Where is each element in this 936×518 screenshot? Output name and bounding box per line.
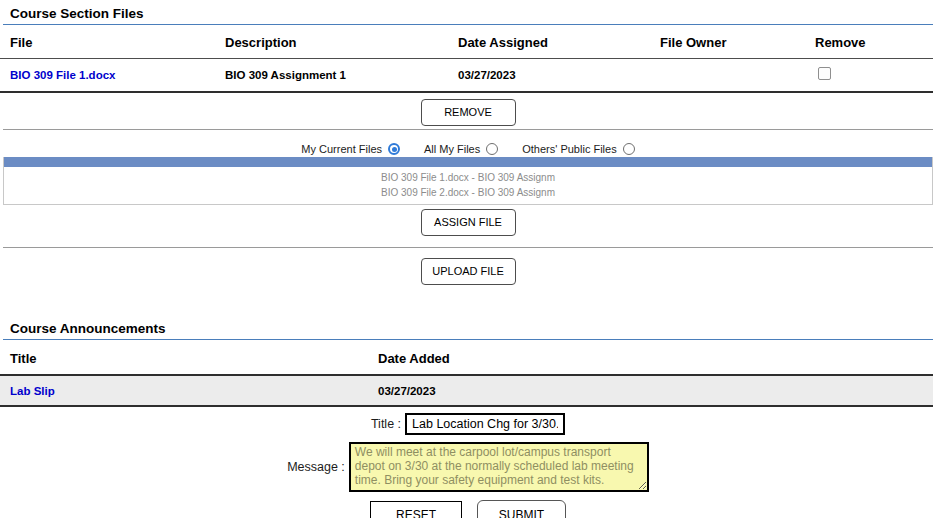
file-link[interactable]: BIO 309 File 1.docx bbox=[10, 69, 115, 81]
announcement-title-input[interactable] bbox=[405, 413, 565, 435]
reset-button[interactable]: RESET bbox=[370, 501, 462, 518]
announcement-link[interactable]: Lab Slip bbox=[10, 385, 55, 397]
filter-all-my-files-label: All My Files bbox=[424, 143, 480, 155]
file-listbox-selected-bar[interactable] bbox=[4, 157, 932, 167]
announcements-col-date-added: Date Added bbox=[375, 351, 933, 366]
announcement-buttons-row: RESET SUBMIT bbox=[0, 500, 936, 518]
files-table-header: File Description Date Assigned File Owne… bbox=[0, 25, 933, 59]
file-list-item-1[interactable]: BIO 309 File 1.docx - BIO 309 Assignm bbox=[4, 170, 932, 185]
submit-button[interactable]: SUBMIT bbox=[477, 500, 566, 518]
filter-others-public-files-label: Others' Public Files bbox=[522, 143, 616, 155]
section-files-heading: Course Section Files bbox=[0, 0, 936, 24]
others-public-files-radio[interactable] bbox=[623, 143, 635, 155]
file-date-assigned-cell: 03/27/2023 bbox=[455, 69, 657, 82]
assign-file-button[interactable]: ASSIGN FILE bbox=[421, 209, 516, 236]
announcements-table-row: Lab Slip 03/27/2023 bbox=[0, 376, 933, 407]
all-my-files-radio[interactable] bbox=[486, 143, 498, 155]
file-listbox[interactable]: BIO 309 File 1.docx - BIO 309 Assignm BI… bbox=[3, 157, 933, 205]
files-col-date-assigned: Date Assigned bbox=[455, 35, 657, 50]
filter-my-current-files-label: My Current Files bbox=[301, 143, 382, 155]
announcement-message-textarea[interactable]: We will meet at the carpool lot/campus t… bbox=[349, 442, 649, 492]
file-filter-radio-group: My Current Files All My Files Others' Pu… bbox=[0, 143, 936, 155]
divider-after-remove bbox=[3, 129, 933, 130]
file-owner-cell bbox=[657, 69, 812, 82]
announcements-heading: Course Announcements bbox=[0, 315, 936, 339]
file-description-cell: BIO 309 Assignment 1 bbox=[222, 69, 455, 82]
filter-my-current-files[interactable]: My Current Files bbox=[301, 143, 400, 155]
filter-others-public-files[interactable]: Others' Public Files bbox=[522, 143, 634, 155]
announcement-message-row: Message : We will meet at the carpool lo… bbox=[0, 442, 936, 492]
files-table-row: BIO 309 File 1.docx BIO 309 Assignment 1… bbox=[0, 59, 933, 93]
filter-all-my-files[interactable]: All My Files bbox=[424, 143, 498, 155]
files-col-description: Description bbox=[222, 35, 455, 50]
files-col-remove: Remove bbox=[812, 35, 933, 50]
announcement-date-added-cell: 03/27/2023 bbox=[375, 385, 933, 397]
title-label: Title : bbox=[371, 417, 401, 431]
announcements-table-header: Title Date Added bbox=[0, 340, 933, 376]
announcements-col-title: Title bbox=[7, 351, 375, 366]
my-current-files-radio[interactable] bbox=[388, 143, 400, 155]
file-list-item-2[interactable]: BIO 309 File 2.docx - BIO 309 Assignm bbox=[4, 185, 932, 200]
files-col-file-owner: File Owner bbox=[657, 35, 812, 50]
files-col-file: File bbox=[7, 35, 222, 50]
message-label: Message : bbox=[287, 460, 345, 474]
remove-checkbox[interactable] bbox=[818, 67, 831, 80]
remove-button[interactable]: REMOVE bbox=[421, 99, 516, 126]
announcement-title-row: Title : bbox=[0, 413, 936, 435]
upload-file-button[interactable]: UPLOAD FILE bbox=[421, 258, 516, 285]
